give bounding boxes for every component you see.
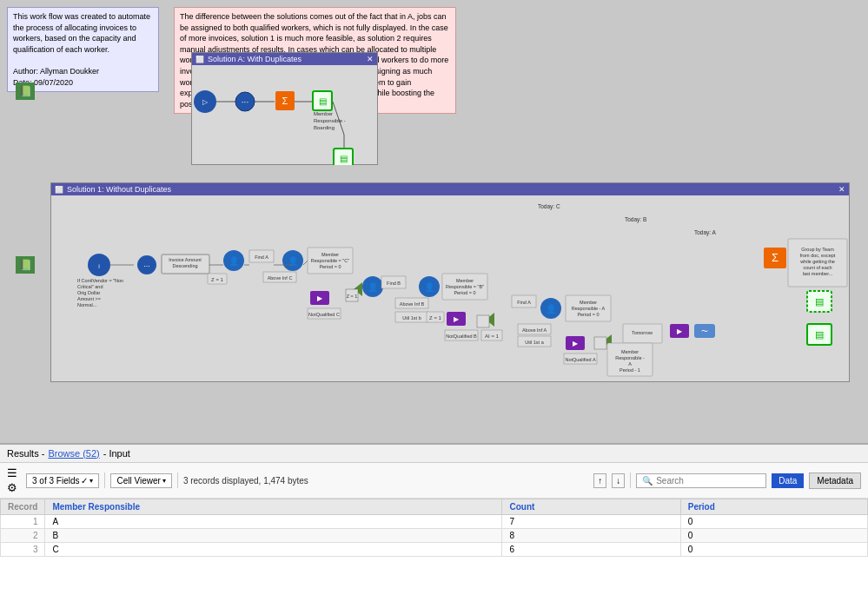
browse-link[interactable]: Browse (52) bbox=[48, 448, 99, 459]
solution-1-close[interactable]: ✕ bbox=[838, 185, 845, 194]
svg-rect-73 bbox=[477, 315, 489, 327]
scroll-down-button[interactable]: ↓ bbox=[612, 473, 625, 488]
svg-text:Responsible = "C": Responsible = "C" bbox=[311, 258, 349, 263]
svg-line-123 bbox=[303, 261, 308, 265]
solution-a-close[interactable]: ✕ bbox=[367, 55, 374, 63]
data-table: Record Member Responsible Count Period 1… bbox=[0, 499, 868, 557]
cell-record: 3 bbox=[1, 543, 45, 557]
svg-text:〜: 〜 bbox=[701, 327, 708, 335]
cell-record: 1 bbox=[1, 515, 45, 529]
svg-text:Above Inf A: Above Inf A bbox=[522, 327, 547, 333]
svg-text:count of each: count of each bbox=[803, 265, 832, 270]
svg-text:Responsible - A: Responsible - A bbox=[572, 306, 606, 311]
svg-text:▷: ▷ bbox=[202, 98, 209, 106]
solution-a-title: ⬜ Solution A: With Duplicates ✕ bbox=[192, 53, 377, 65]
info-box-left: This work flow was created to automate t… bbox=[7, 7, 159, 92]
svg-rect-93 bbox=[594, 337, 606, 349]
toolbar-separator-2 bbox=[177, 473, 178, 488]
cell-count: 6 bbox=[502, 543, 680, 557]
solution-a-label: Solution A: With Duplicates bbox=[208, 55, 301, 63]
results-panel: Results - Browse (52) - Input ☰ ⚙ 3 of 3… bbox=[0, 443, 868, 608]
svg-text:👤: 👤 bbox=[424, 281, 435, 293]
filter-icon[interactable]: ☰ bbox=[7, 466, 17, 479]
svg-text:Find A: Find A bbox=[255, 254, 268, 260]
data-button[interactable]: Data bbox=[772, 473, 804, 488]
solution-a-container: ⬜ Solution A: With Duplicates ✕ ▷ ··· Σ … bbox=[191, 52, 378, 165]
svg-text:👤: 👤 bbox=[229, 255, 240, 267]
svg-text:▤: ▤ bbox=[815, 296, 824, 307]
table-header-row: Record Member Responsible Count Period bbox=[1, 499, 868, 515]
svg-text:A: A bbox=[628, 361, 632, 367]
title-icon: ⬜ bbox=[195, 56, 204, 63]
svg-text:▶: ▶ bbox=[677, 327, 683, 335]
svg-text:Z = 1: Z = 1 bbox=[347, 294, 358, 299]
cell-period: 0 bbox=[680, 529, 867, 543]
svg-text:Above Inf B: Above Inf B bbox=[400, 301, 425, 307]
results-header: Results - Browse (52) - Input bbox=[0, 445, 868, 463]
toolbar-row: ☰ ⚙ 3 of 3 Fields ✓ ▾ Cell Viewer ▾ 3 re… bbox=[0, 463, 868, 499]
sol1-title-icon: ⬜ bbox=[55, 186, 63, 194]
viewer-label: Cell Viewer bbox=[116, 476, 160, 486]
svg-text:Group by Team: Group by Team bbox=[801, 247, 834, 252]
svg-text:Member: Member bbox=[314, 111, 333, 116]
svg-text:while getting the: while getting the bbox=[799, 259, 835, 264]
svg-text:Descending: Descending bbox=[172, 263, 197, 268]
svg-text:Z = 1: Z = 1 bbox=[211, 277, 224, 282]
viewer-dropdown[interactable]: Cell Viewer ▾ bbox=[110, 473, 171, 488]
svg-text:▤: ▤ bbox=[319, 96, 327, 106]
solution-1-title: ⬜ Solution 1: Without Duplicates ✕ bbox=[51, 183, 849, 195]
col-header-period[interactable]: Period bbox=[680, 499, 867, 515]
cell-record: 2 bbox=[1, 529, 45, 543]
svg-text:Find B: Find B bbox=[387, 281, 401, 286]
svg-text:Amount >=: Amount >= bbox=[77, 296, 101, 301]
svg-text:NotQualified C: NotQualified C bbox=[308, 312, 340, 317]
col-header-count[interactable]: Count bbox=[502, 499, 680, 515]
svg-text:👤: 👤 bbox=[546, 303, 557, 314]
cell-count: 7 bbox=[502, 515, 680, 529]
scroll-up-button[interactable]: ↑ bbox=[593, 473, 606, 488]
svg-text:▶: ▶ bbox=[573, 340, 579, 347]
svg-text:Member: Member bbox=[621, 349, 639, 354]
svg-text:Normal...: Normal... bbox=[77, 302, 97, 307]
col-header-record: Record bbox=[1, 499, 45, 515]
cell-member: C bbox=[45, 543, 502, 557]
svg-text:If ContlVendor = "Non: If ContlVendor = "Non bbox=[77, 278, 123, 283]
toolbar-separator-3 bbox=[630, 473, 631, 488]
canvas-area: This work flow was created to automate t… bbox=[0, 0, 868, 443]
search-box: 🔍 bbox=[636, 473, 766, 488]
table-row: 1 A 7 0 bbox=[1, 515, 868, 529]
fields-label: 3 of 3 Fields bbox=[32, 476, 79, 486]
svg-text:Util 1st a: Util 1st a bbox=[525, 340, 544, 345]
svg-text:Member: Member bbox=[580, 300, 597, 305]
viewer-chevron-icon: ▾ bbox=[162, 477, 166, 485]
svg-text:Boarding: Boarding bbox=[314, 125, 335, 130]
svg-text:NotQualified B: NotQualified B bbox=[446, 334, 477, 339]
search-icon: 🔍 bbox=[642, 476, 653, 486]
solution-1-label: Solution 1: Without Duplicates bbox=[67, 185, 171, 194]
results-input-label: - Input bbox=[103, 448, 130, 459]
svg-text:Period = 0: Period = 0 bbox=[319, 264, 341, 269]
book-icon-sol-1[interactable]: 📗 bbox=[16, 256, 35, 274]
search-input[interactable] bbox=[656, 476, 760, 486]
svg-text:Responsible -: Responsible - bbox=[314, 118, 346, 123]
svg-text:Util 1st b: Util 1st b bbox=[402, 315, 421, 321]
svg-text:Responsible = "B": Responsible = "B" bbox=[446, 284, 484, 289]
svg-text:Period = 0: Period = 0 bbox=[454, 290, 475, 295]
metadata-button[interactable]: Metadata bbox=[809, 473, 861, 489]
cell-period: 0 bbox=[680, 543, 867, 557]
svg-text:Critical" and: Critical" and bbox=[77, 284, 103, 289]
record-info: 3 records displayed, 1,474 bytes bbox=[183, 476, 588, 486]
svg-text:▤: ▤ bbox=[815, 329, 824, 340]
settings-icon[interactable]: ⚙ bbox=[7, 481, 17, 494]
col-header-member[interactable]: Member Responsible bbox=[45, 499, 502, 515]
svg-text:👤: 👤 bbox=[368, 281, 379, 293]
solution-a-workflow: ▷ ··· Σ ▤ Member Responsible - Boarding … bbox=[192, 65, 377, 165]
svg-text:···: ··· bbox=[242, 97, 248, 107]
svg-text:Responsible -: Responsible - bbox=[615, 355, 645, 360]
book-icon-sol-a[interactable]: 📗 bbox=[16, 83, 35, 100]
svg-text:Period - 1: Period - 1 bbox=[620, 367, 640, 373]
svg-text:Orig Dollar: Orig Dollar bbox=[77, 290, 100, 295]
svg-text:Σ: Σ bbox=[282, 96, 288, 106]
fields-dropdown[interactable]: 3 of 3 Fields ✓ ▾ bbox=[26, 473, 99, 488]
svg-text:···: ··· bbox=[143, 261, 150, 270]
